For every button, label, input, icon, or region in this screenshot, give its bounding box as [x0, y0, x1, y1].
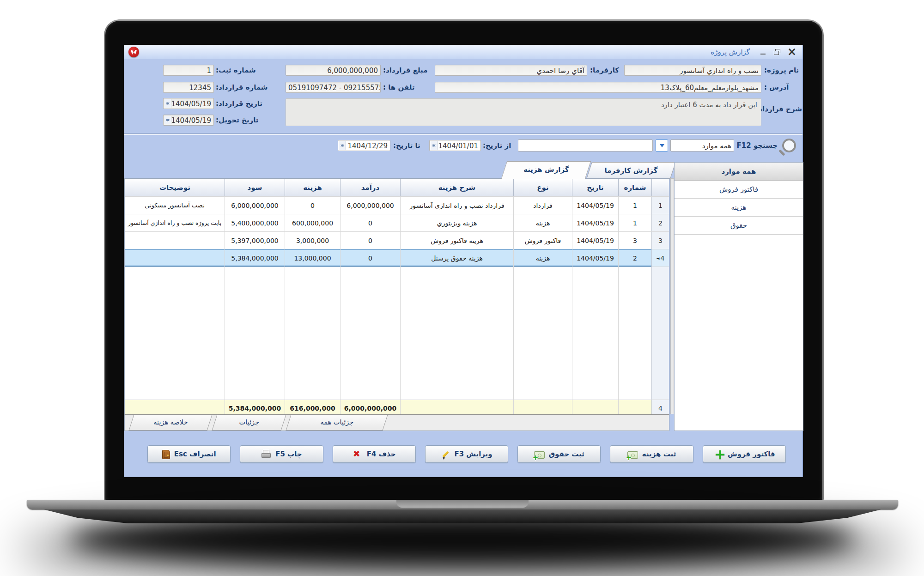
to-date-value: 1404/12/29 [348, 142, 388, 150]
to-date-field[interactable]: 1404/12/29 [338, 140, 390, 151]
contract-date-field[interactable]: 1404/05/19 [163, 98, 214, 109]
edit-button[interactable]: ویرایش F3 [425, 445, 508, 463]
contract-date-value: 1404/05/19 [171, 100, 211, 108]
button-label: فاکتور فروش [728, 450, 775, 458]
delete-button[interactable]: حذف F4 [333, 445, 416, 463]
col-expense[interactable]: هزینه [285, 179, 340, 196]
tab-label: گزارش هزینه [505, 162, 588, 177]
reg-no-label: شماره ثبت: [216, 64, 260, 76]
footer-tab-label: جزئیات [215, 415, 283, 430]
table-row[interactable]: 3 3 1404/05/19 فاکتور فروش هزینه فاکتور … [125, 232, 669, 249]
dropdown-arrow-button[interactable] [656, 139, 668, 152]
app-logo-icon [128, 47, 139, 57]
reg-no-field[interactable]: 1 [163, 65, 214, 76]
col-notes[interactable]: توضیحات [125, 179, 225, 196]
address-field[interactable]: مشهد_بلوارمعلم_معلم60_پلاک13 [435, 82, 761, 93]
col-description[interactable]: شرح هزینه [400, 179, 513, 196]
project-name-label: نام پروژه: [764, 64, 800, 76]
client-label: کارفرما: [590, 64, 621, 76]
from-date-label: از تاریخ: [483, 139, 515, 152]
button-label: حذف F4 [367, 450, 396, 458]
button-label: چاپ F5 [275, 450, 302, 458]
project-name-field[interactable]: نصب و راه اندازي آسانسور [624, 65, 761, 76]
laptop-underside [44, 509, 881, 523]
add-expense-button[interactable]: ثبت هزینه [610, 445, 693, 463]
print-button[interactable]: چاپ F5 [240, 445, 323, 463]
add-sale-invoice-button[interactable]: فاکتور فروش [703, 445, 786, 463]
amount-label: مبلغ قرارداد: [383, 64, 432, 76]
footer-tab-strip: خلاصه هزینه جزئیات جزئیات همه [124, 414, 669, 431]
button-label: انصراف Esc [174, 450, 216, 458]
table-scrollbar[interactable] [670, 178, 674, 414]
search-icon[interactable] [782, 139, 796, 152]
col-income[interactable]: درآمد [340, 179, 400, 196]
footer-tab-details[interactable]: جزئیات [212, 415, 286, 430]
button-label: ویرایش F3 [454, 450, 492, 458]
date-spinner-icon[interactable] [164, 99, 171, 108]
laptop-hinge-notch [396, 500, 529, 508]
delete-x-icon [353, 449, 363, 459]
from-date-value: 1404/01/01 [438, 142, 478, 150]
contract-no-label: شماره قرارداد: [216, 81, 270, 93]
contract-desc-label: شرح قرارداد: [764, 103, 802, 115]
contract-no-field[interactable]: 12345 [163, 82, 214, 93]
table-empty-area [125, 267, 669, 400]
date-spinner-icon[interactable] [339, 141, 346, 150]
amount-field[interactable]: 6,000,000,000 [286, 65, 381, 76]
restore-button[interactable] [773, 48, 781, 56]
close-button[interactable] [787, 48, 795, 56]
pencil-icon [441, 449, 450, 459]
phones-field[interactable]: 05191097472 - 09215557518 [286, 82, 381, 93]
footer-tab-expense-summary[interactable]: خلاصه هزینه [128, 415, 212, 430]
plus-icon [713, 449, 723, 459]
table-row[interactable]: 1 1 1404/05/19 قرارداد قرارداد نصب و راه… [125, 197, 669, 214]
delivery-date-label: تاریخ تحویل: [216, 114, 264, 126]
phones-label: تلفن ها : [383, 81, 419, 93]
titlebar: گزارش پروژه [124, 45, 802, 59]
date-spinner-icon[interactable] [164, 116, 171, 124]
window-title: گزارش پروژه [711, 48, 750, 56]
button-label: ثبت حقوق [549, 450, 584, 458]
minimize-button[interactable] [759, 48, 767, 56]
laptop-frame: گزارش پروژه نام پروژه: نصب و راه اندازي … [104, 19, 824, 503]
col-indicator [651, 179, 669, 196]
search-filter-select[interactable]: همه موارد [670, 139, 734, 152]
table-row[interactable]: 2 1 1404/05/19 هزینه هزینه ویزیتوري 0 60… [125, 214, 669, 232]
sidebar-item-salary[interactable]: حقوق [675, 217, 803, 235]
sidebar-item-all[interactable]: همه موارد [675, 163, 803, 181]
divider [124, 133, 802, 135]
expense-table: شماره تاریخ نوع شرح هزینه درآمد هزینه سو… [124, 178, 669, 417]
add-salary-button[interactable]: ثبت حقوق [517, 445, 601, 463]
contract-date-label: تاریخ قرارداد: [216, 97, 266, 109]
footer-tab-all-details[interactable]: جزئیات همه [286, 415, 388, 430]
footer-tab-label: خلاصه هزینه [132, 415, 209, 430]
button-bar: انصراف Esc چاپ F5 حذف F4 ویرایش F3 ثبت ح… [147, 445, 786, 462]
search-label: جستجو F12 [735, 139, 779, 152]
col-type[interactable]: نوع [513, 179, 572, 196]
sidebar-item-sale-invoice[interactable]: فاکتور فروش [675, 181, 803, 199]
tab-label: گزارش کارفرما [590, 163, 673, 178]
client-field[interactable]: آقاي رضا احمدي [435, 65, 587, 76]
date-spinner-icon[interactable] [431, 141, 438, 150]
banknote-plus-icon [627, 451, 638, 459]
col-number[interactable]: شماره [618, 179, 651, 196]
footer-tab-label: جزئیات همه [289, 415, 385, 430]
contract-desc-field[interactable]: این قرار داد به مدت 6 اعتبار دارد [286, 98, 761, 126]
sidebar-item-expense[interactable]: هزینه [675, 199, 803, 217]
app-window: گزارش پروژه نام پروژه: نصب و راه اندازي … [124, 45, 803, 477]
tab-client-report[interactable]: گزارش کارفرما [586, 162, 676, 179]
cancel-button[interactable]: انصراف Esc [147, 445, 231, 463]
to-date-label: تا تاریخ: [393, 139, 426, 152]
button-label: ثبت هزینه [642, 450, 676, 458]
table-header-row: شماره تاریخ نوع شرح هزینه درآمد هزینه سو… [125, 179, 669, 197]
col-date[interactable]: تاریخ [572, 179, 618, 196]
col-profit[interactable]: سود [225, 179, 285, 196]
door-icon [162, 450, 170, 459]
delivery-date-value: 1404/05/19 [171, 116, 211, 125]
tab-expense-report[interactable]: گزارش هزینه [501, 161, 591, 179]
printer-icon [261, 449, 271, 459]
search-input[interactable] [518, 139, 653, 152]
table-row-selected[interactable]: 4 2 1404/05/19 هزینه هزینه حقوق پرسنل 0 … [125, 249, 669, 267]
from-date-field[interactable]: 1404/01/01 [429, 140, 481, 151]
delivery-date-field[interactable]: 1404/05/19 [163, 115, 214, 126]
